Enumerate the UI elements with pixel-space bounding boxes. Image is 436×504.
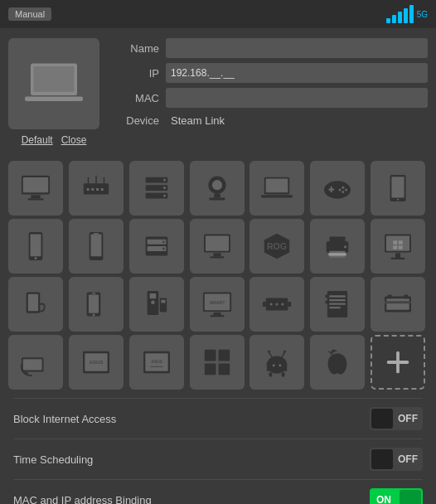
mac-input[interactable] xyxy=(166,88,428,108)
block-internet-row: Block Internet Access OFF xyxy=(13,398,423,439)
icon-apple-device[interactable] xyxy=(69,277,124,332)
svg-rect-26 xyxy=(266,179,288,193)
icon-asus-router[interactable]: ASUS xyxy=(129,335,184,390)
svg-rect-91 xyxy=(326,300,330,303)
icon-tablet-right[interactable] xyxy=(371,161,425,216)
svg-point-115 xyxy=(279,364,282,366)
svg-rect-107 xyxy=(218,350,230,361)
icon-scanner[interactable] xyxy=(371,277,425,332)
icon-laptop-apple[interactable] xyxy=(249,161,304,216)
svg-text:SMART: SMART xyxy=(209,300,225,305)
icon-tablet-hand[interactable] xyxy=(8,277,63,332)
svg-rect-96 xyxy=(405,295,409,299)
svg-point-34 xyxy=(339,188,342,191)
icon-phone-apple[interactable] xyxy=(69,219,124,274)
svg-rect-42 xyxy=(90,235,101,257)
icon-server[interactable] xyxy=(129,161,184,216)
time-scheduling-row: Time Scheduling OFF xyxy=(13,439,423,479)
svg-rect-98 xyxy=(23,359,42,370)
svg-rect-108 xyxy=(204,364,216,376)
svg-rect-9 xyxy=(91,188,94,191)
time-scheduling-toggle[interactable]: OFF xyxy=(370,448,423,471)
icon-phone[interactable] xyxy=(8,219,63,274)
svg-rect-55 xyxy=(330,237,346,243)
svg-rect-106 xyxy=(204,350,216,361)
icon-android[interactable] xyxy=(249,335,304,390)
svg-rect-52 xyxy=(210,256,224,258)
icon-serial[interactable] xyxy=(249,277,304,332)
svg-point-119 xyxy=(283,351,286,353)
svg-point-18 xyxy=(163,179,166,182)
block-internet-label: Block Internet Access xyxy=(13,413,116,425)
svg-point-84 xyxy=(282,303,284,305)
svg-rect-43 xyxy=(94,233,99,235)
close-link[interactable]: Close xyxy=(61,134,87,146)
icon-apple-logo[interactable] xyxy=(310,335,365,390)
icon-asus-device[interactable]: ASUS xyxy=(69,335,124,390)
svg-point-20 xyxy=(163,195,166,197)
svg-rect-73 xyxy=(161,300,165,303)
svg-line-116 xyxy=(269,352,273,357)
svg-rect-95 xyxy=(388,295,392,299)
svg-point-58 xyxy=(344,245,346,248)
ip-row: IP xyxy=(113,63,428,83)
icon-nas[interactable] xyxy=(129,219,184,274)
icon-gamepad[interactable] xyxy=(310,161,365,216)
svg-rect-64 xyxy=(28,294,38,312)
icon-webcam[interactable] xyxy=(190,161,245,216)
name-input[interactable] xyxy=(166,38,428,58)
svg-rect-51 xyxy=(213,253,220,256)
device-actions: Default Close xyxy=(22,134,87,146)
svg-rect-109 xyxy=(218,364,230,376)
svg-rect-57 xyxy=(329,253,346,255)
toggles-section: Block Internet Access OFF Time Schedulin… xyxy=(0,395,436,504)
svg-rect-24 xyxy=(209,197,225,200)
icon-notepad[interactable] xyxy=(310,277,365,332)
svg-rect-90 xyxy=(326,295,330,298)
svg-point-19 xyxy=(163,187,166,189)
svg-rect-62 xyxy=(391,258,405,259)
svg-rect-36 xyxy=(392,177,405,197)
icon-smart-tv[interactable]: SMART xyxy=(190,277,245,332)
svg-point-118 xyxy=(268,351,270,353)
block-internet-toggle[interactable]: OFF xyxy=(370,407,423,430)
svg-rect-61 xyxy=(395,253,400,258)
icon-chromecast[interactable] xyxy=(8,335,63,390)
icon-printer[interactable] xyxy=(310,219,365,274)
laptop-icon xyxy=(25,55,83,113)
svg-rect-6 xyxy=(23,177,48,192)
svg-rect-8 xyxy=(86,188,89,191)
icon-monitor[interactable] xyxy=(190,219,245,274)
svg-rect-80 xyxy=(263,302,266,307)
svg-line-117 xyxy=(282,352,285,357)
icon-windows-pc[interactable] xyxy=(371,219,425,274)
icon-add[interactable] xyxy=(371,335,425,390)
icon-router[interactable] xyxy=(69,161,124,216)
svg-rect-88 xyxy=(329,303,346,304)
icon-pc-tower[interactable] xyxy=(129,277,184,332)
svg-rect-23 xyxy=(214,194,220,198)
ip-input[interactable] xyxy=(166,63,428,83)
svg-text:ASUS: ASUS xyxy=(89,359,103,365)
icon-rog[interactable]: ROG xyxy=(249,219,304,274)
svg-point-48 xyxy=(162,248,165,250)
icon-monitor-tv[interactable] xyxy=(8,161,63,216)
block-internet-toggle-text: OFF xyxy=(398,413,418,424)
svg-point-40 xyxy=(34,257,36,259)
svg-rect-50 xyxy=(206,235,229,250)
signal-icon xyxy=(386,5,414,23)
device-icon-grid: ROG SMART ASUS ASUS xyxy=(0,156,436,395)
svg-rect-70 xyxy=(149,293,156,298)
time-scheduling-label: Time Scheduling xyxy=(13,453,93,466)
mac-ip-binding-toggle[interactable]: ON xyxy=(370,488,423,504)
svg-point-114 xyxy=(273,364,275,366)
svg-rect-27 xyxy=(261,195,293,197)
svg-rect-39 xyxy=(31,235,41,257)
svg-rect-113 xyxy=(282,372,285,376)
mac-ip-binding-toggle-text: ON xyxy=(376,494,391,504)
svg-point-31 xyxy=(342,187,345,189)
default-link[interactable]: Default xyxy=(22,134,53,146)
icon-windows[interactable] xyxy=(190,335,245,390)
svg-rect-11 xyxy=(101,188,104,191)
svg-point-22 xyxy=(211,180,221,190)
